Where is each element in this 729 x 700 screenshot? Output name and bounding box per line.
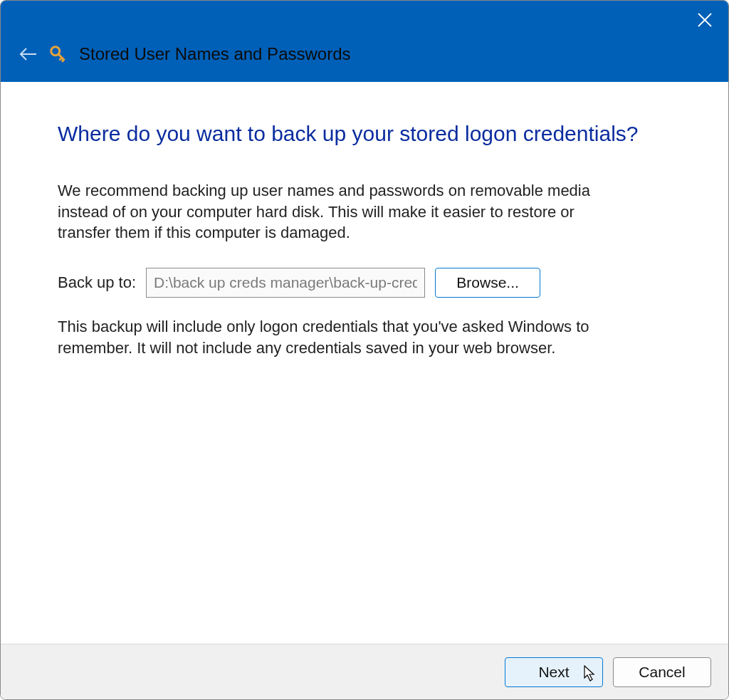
browse-button[interactable]: Browse... <box>435 268 540 298</box>
close-icon[interactable] <box>694 9 715 33</box>
key-icon <box>48 43 69 65</box>
titlebar <box>1 1 728 43</box>
cursor-icon <box>584 665 597 686</box>
backup-row: Back up to: Browse... <box>58 268 671 298</box>
svg-line-6 <box>62 60 64 62</box>
next-button-label: Next <box>538 664 569 680</box>
next-button[interactable]: Next <box>505 657 603 687</box>
page-heading: Where do you want to back up your stored… <box>58 122 671 146</box>
note-text: This backup will include only logon cred… <box>58 316 613 358</box>
wizard-title: Stored User Names and Passwords <box>79 44 351 64</box>
wizard-footer: Next Cancel <box>1 644 728 699</box>
back-arrow-icon[interactable] <box>18 46 38 62</box>
svg-marker-7 <box>584 666 594 681</box>
intro-text: We recommend backing up user names and p… <box>58 180 613 244</box>
backup-path-input[interactable] <box>146 268 425 298</box>
svg-line-5 <box>59 58 62 61</box>
wizard-content: Where do you want to back up your stored… <box>1 82 728 644</box>
wizard-header: Stored User Names and Passwords <box>1 43 728 82</box>
backup-to-label: Back up to: <box>58 273 136 292</box>
cancel-button[interactable]: Cancel <box>613 657 711 687</box>
